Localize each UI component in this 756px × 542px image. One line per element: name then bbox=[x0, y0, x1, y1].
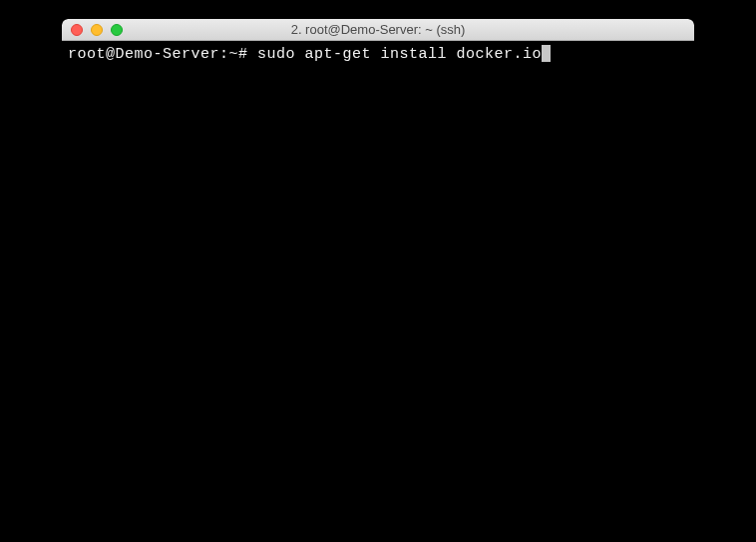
cursor bbox=[542, 45, 551, 62]
maximize-icon[interactable] bbox=[111, 24, 123, 36]
terminal-window: 2. root@Demo-Server: ~ (ssh) root@Demo-S… bbox=[62, 19, 694, 518]
command-text: sudo apt-get install docker.io bbox=[257, 46, 542, 63]
close-icon[interactable] bbox=[71, 24, 83, 36]
shell-prompt: root@Demo-Server:~# bbox=[68, 46, 257, 63]
title-bar[interactable]: 2. root@Demo-Server: ~ (ssh) bbox=[62, 19, 694, 41]
minimize-icon[interactable] bbox=[91, 24, 103, 36]
terminal-content[interactable]: root@Demo-Server:~# sudo apt-get install… bbox=[62, 41, 694, 69]
window-title: 2. root@Demo-Server: ~ (ssh) bbox=[62, 22, 694, 37]
traffic-lights bbox=[62, 24, 123, 36]
